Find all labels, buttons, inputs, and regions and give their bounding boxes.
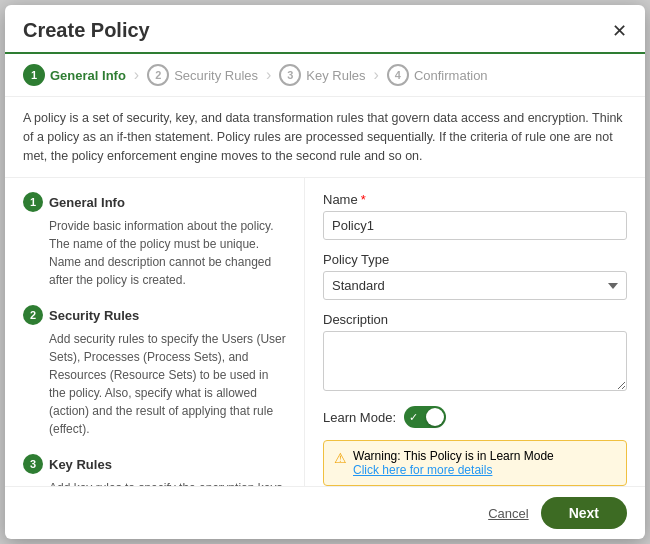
close-button[interactable]: ✕ bbox=[612, 22, 627, 40]
name-label: Name * bbox=[323, 192, 627, 207]
cancel-button[interactable]: Cancel bbox=[488, 506, 528, 521]
step-4-label: Confirmation bbox=[414, 68, 488, 83]
next-button[interactable]: Next bbox=[541, 497, 627, 529]
name-input[interactable] bbox=[323, 211, 627, 240]
step-3-label: Key Rules bbox=[306, 68, 365, 83]
step-sep-2: › bbox=[266, 66, 271, 84]
description-field-group: Description bbox=[323, 312, 627, 394]
section-3-title: Key Rules bbox=[49, 457, 112, 472]
step-4-circle: 4 bbox=[387, 64, 409, 86]
description-input[interactable] bbox=[323, 331, 627, 391]
section-3-num: 3 bbox=[23, 454, 43, 474]
warning-icon: ⚠ bbox=[334, 450, 347, 466]
modal-body: A policy is a set of security, key, and … bbox=[5, 97, 645, 486]
step-4[interactable]: 4 Confirmation bbox=[387, 64, 488, 86]
modal-title: Create Policy bbox=[23, 19, 150, 42]
toggle-check-icon: ✓ bbox=[409, 411, 418, 424]
step-3-circle: 3 bbox=[279, 64, 301, 86]
section-3-desc: Add key rules to specify the encryption … bbox=[23, 479, 286, 486]
section-security-rules: 2 Security Rules Add security rules to s… bbox=[23, 305, 286, 438]
step-2-label: Security Rules bbox=[174, 68, 258, 83]
section-1-title: General Info bbox=[49, 195, 125, 210]
name-required: * bbox=[361, 192, 366, 207]
section-2-num: 2 bbox=[23, 305, 43, 325]
policy-type-select[interactable]: Standard LDT Cloud bbox=[323, 271, 627, 300]
name-field-group: Name * bbox=[323, 192, 627, 240]
section-1-num: 1 bbox=[23, 192, 43, 212]
intro-text: A policy is a set of security, key, and … bbox=[5, 97, 645, 178]
right-panel: Name * Policy Type Standard LDT Cloud De… bbox=[305, 178, 645, 486]
section-2-desc: Add security rules to specify the Users … bbox=[23, 330, 286, 438]
content-area: 1 General Info Provide basic information… bbox=[5, 178, 645, 486]
step-sep-1: › bbox=[134, 66, 139, 84]
learn-mode-row: Learn Mode: ✓ bbox=[323, 406, 627, 428]
section-general-info: 1 General Info Provide basic information… bbox=[23, 192, 286, 289]
warning-box: ⚠ Warning: This Policy is in Learn Mode … bbox=[323, 440, 627, 486]
section-2-title: Security Rules bbox=[49, 308, 139, 323]
section-1-heading: 1 General Info bbox=[23, 192, 286, 212]
step-1-circle: 1 bbox=[23, 64, 45, 86]
steps-bar: 1 General Info › 2 Security Rules › 3 Ke… bbox=[5, 54, 645, 97]
create-policy-modal: Create Policy ✕ 1 General Info › 2 Secur… bbox=[5, 5, 645, 539]
policy-type-label: Policy Type bbox=[323, 252, 627, 267]
step-2-circle: 2 bbox=[147, 64, 169, 86]
section-3-heading: 3 Key Rules bbox=[23, 454, 286, 474]
step-sep-3: › bbox=[374, 66, 379, 84]
step-3[interactable]: 3 Key Rules bbox=[279, 64, 365, 86]
warning-text: Warning: This Policy is in Learn Mode bbox=[353, 449, 554, 463]
section-1-desc: Provide basic information about the poli… bbox=[23, 217, 286, 289]
modal-header: Create Policy ✕ bbox=[5, 5, 645, 54]
learn-mode-label: Learn Mode: bbox=[323, 410, 396, 425]
toggle-knob bbox=[426, 408, 444, 426]
description-label: Description bbox=[323, 312, 627, 327]
policy-type-field-group: Policy Type Standard LDT Cloud bbox=[323, 252, 627, 300]
section-2-heading: 2 Security Rules bbox=[23, 305, 286, 325]
modal-footer: Cancel Next bbox=[5, 486, 645, 539]
learn-mode-toggle[interactable]: ✓ bbox=[404, 406, 446, 428]
warning-content: Warning: This Policy is in Learn Mode Cl… bbox=[353, 449, 554, 477]
section-key-rules: 3 Key Rules Add key rules to specify the… bbox=[23, 454, 286, 486]
left-panel: 1 General Info Provide basic information… bbox=[5, 178, 305, 486]
step-1[interactable]: 1 General Info bbox=[23, 64, 126, 86]
warning-link[interactable]: Click here for more details bbox=[353, 463, 554, 477]
step-1-label: General Info bbox=[50, 68, 126, 83]
step-2[interactable]: 2 Security Rules bbox=[147, 64, 258, 86]
